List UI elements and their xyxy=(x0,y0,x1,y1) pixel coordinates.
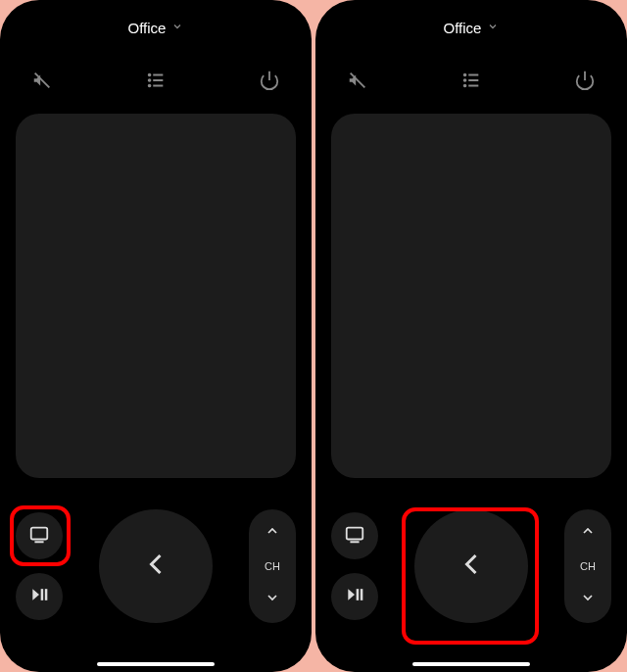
device-name: Office xyxy=(128,20,167,36)
bottom-controls: CH xyxy=(315,478,627,654)
play-pause-button[interactable] xyxy=(331,573,378,620)
input-button[interactable] xyxy=(331,512,378,559)
svg-point-5 xyxy=(149,79,151,81)
chevron-down-icon xyxy=(171,19,183,36)
chevron-left-icon xyxy=(138,547,173,586)
toolbar xyxy=(315,55,627,106)
svg-rect-22 xyxy=(357,589,360,600)
back-button[interactable] xyxy=(414,509,528,623)
home-indicator[interactable] xyxy=(412,662,530,666)
list-icon[interactable] xyxy=(460,70,482,91)
left-button-group xyxy=(331,512,378,620)
svg-rect-8 xyxy=(31,528,48,540)
channel-label: CH xyxy=(265,560,280,572)
toolbar xyxy=(0,55,312,106)
mute-icon[interactable] xyxy=(347,70,368,91)
play-pause-icon xyxy=(345,585,364,608)
left-button-group xyxy=(16,512,63,620)
svg-rect-20 xyxy=(347,528,363,540)
channel-rocker: CH xyxy=(564,509,611,623)
tv-icon xyxy=(28,523,50,549)
back-button[interactable] xyxy=(99,509,213,623)
phone-screen-left: Office xyxy=(0,0,312,672)
play-pause-icon xyxy=(29,585,49,608)
svg-rect-10 xyxy=(41,589,44,600)
channel-rocker: CH xyxy=(249,509,296,623)
svg-point-18 xyxy=(464,85,466,87)
input-button[interactable] xyxy=(16,512,63,559)
svg-point-6 xyxy=(149,85,151,87)
channel-label: CH xyxy=(580,560,596,572)
power-icon[interactable] xyxy=(259,70,280,91)
device-selector[interactable]: Office xyxy=(315,0,627,55)
list-icon[interactable] xyxy=(145,70,167,91)
chevron-down-icon xyxy=(487,19,499,36)
touchpad-area[interactable] xyxy=(331,114,611,478)
device-selector[interactable]: Office xyxy=(0,0,312,55)
svg-point-17 xyxy=(464,79,466,81)
mute-icon[interactable] xyxy=(31,70,53,91)
touchpad-area[interactable] xyxy=(16,114,296,478)
tv-icon xyxy=(344,523,365,549)
svg-rect-11 xyxy=(45,589,48,600)
play-pause-button[interactable] xyxy=(16,573,63,620)
device-name: Office xyxy=(444,20,482,36)
bottom-controls: CH xyxy=(0,478,312,654)
phone-screen-right: Office xyxy=(315,0,627,672)
channel-up-icon[interactable] xyxy=(265,523,280,543)
svg-rect-23 xyxy=(361,589,363,600)
channel-down-icon[interactable] xyxy=(265,590,280,609)
channel-down-icon[interactable] xyxy=(580,590,596,609)
power-icon[interactable] xyxy=(574,70,596,91)
svg-point-4 xyxy=(149,74,151,76)
home-indicator[interactable] xyxy=(97,662,215,666)
svg-point-16 xyxy=(464,74,466,76)
channel-up-icon[interactable] xyxy=(580,523,596,543)
chevron-left-icon xyxy=(454,547,489,586)
